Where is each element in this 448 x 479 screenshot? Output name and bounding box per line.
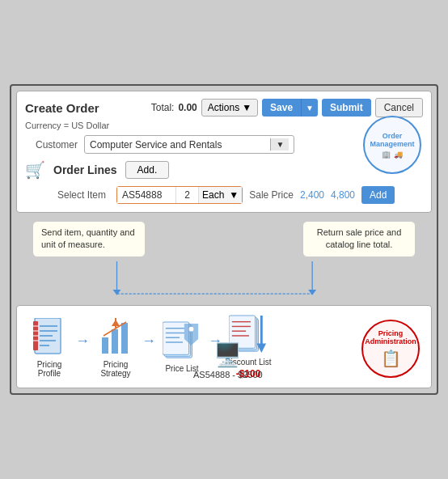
truck-icon: 🚚 [394,150,403,159]
pricing-profile-icon [30,318,69,357]
flow-arrows-svg [16,261,432,302]
select-item-label: Select Item [57,189,110,201]
create-order-panel: Create Order Total: 0.00 Actions ▼ Save … [16,91,432,213]
flow-label-pricing-strategy: PricingStrategy [100,360,130,378]
submit-button[interactable]: Submit [322,99,371,117]
pricing-admin-circle[interactable]: PricingAdministration 📋 [361,320,420,378]
order-management-circle[interactable]: OrderManagement 🏢 🚚 [363,116,421,174]
computer-area: 🖥️ AS54888 - $2500 [193,341,263,379]
svg-marker-21 [112,320,120,326]
arrow-2: → [142,333,156,350]
order-lines-title: Order Lines [53,163,117,176]
panel-header: Create Order Total: 0.00 Actions ▼ Save … [25,98,423,117]
computer-icon: 🖥️ [213,341,242,368]
bottom-panel: PricingProfile → [16,305,432,388]
svg-rect-19 [121,323,128,354]
svg-point-31 [189,327,194,332]
sale-price-label: Sale Price [249,189,294,201]
svg-marker-3 [308,290,316,295]
admin-icon-symbol: 📋 [381,349,401,368]
header-actions: Total: 0.00 Actions ▼ Save ▼ Submit Canc… [151,98,423,117]
item-code-input[interactable] [117,187,175,203]
item-unit-select[interactable]: Each ▼ [198,187,242,203]
customer-value: Computer Service and Rentals [90,139,222,150]
building-icon: 🏢 [382,150,391,159]
order-lines-header: 🛒 Order Lines Add. [25,160,423,180]
save-button-group: Save ▼ [262,99,318,117]
save-button[interactable]: Save [262,99,301,117]
actions-label: Actions [208,102,239,113]
arrow-1: → [75,333,90,350]
flow-item-pricing-profile: PricingProfile [25,318,74,378]
item-input-group: Each ▼ [116,186,243,204]
total-value: 0.00 [178,102,197,113]
pricing-admin-label: PricingAdministration [365,329,416,345]
page-title: Create Order [25,101,99,115]
actions-button[interactable]: Actions ▼ [201,99,258,117]
order-mgmt-label: OrderManagement [370,132,414,148]
item-qty-input[interactable] [175,187,198,203]
item-unit-value: Each [202,189,224,201]
flow-item-pricing-strategy: PricingStrategy [91,318,140,378]
customer-select[interactable]: Computer Service and Rentals ▼ [84,135,294,154]
pricing-strategy-icon [96,318,135,357]
cancel-button[interactable]: Cancel [375,98,423,117]
sale-price-value2[interactable]: 4,800 [331,189,355,201]
customer-dropdown-icon[interactable]: ▼ [270,138,289,150]
pricing-admin-icon: 📋 [381,349,401,368]
actions-dropdown-icon: ▼ [242,102,251,113]
middle-section: Send item, quantity and unit of measure.… [16,213,432,302]
callout-left: Send item, quantity and unit of measure. [32,221,146,257]
sale-price-value1[interactable]: 2,400 [300,189,324,201]
order-lines-add-button[interactable]: Add. [125,161,170,179]
save-dropdown-button[interactable]: ▼ [301,99,318,117]
currency-label: Currency = US Dollar [25,121,423,130]
svg-rect-18 [112,329,118,354]
total-label: Total: [151,102,175,113]
svg-rect-17 [102,337,108,354]
select-item-row: Select Item Each ▼ Sale Price 2,400 4,80… [25,186,423,204]
unit-dropdown-icon: ▼ [229,189,239,201]
add-item-button[interactable]: Add [361,186,395,204]
flow-label-pricing-profile: PricingProfile [37,360,62,378]
callout-right: Return sale price and catalog line total… [302,221,416,257]
customer-field-label: Customer [25,139,78,150]
order-mgmt-icons: 🏢 🚚 [382,150,403,159]
cart-icon: 🛒 [25,160,45,180]
svg-marker-1 [113,290,121,295]
computer-label: AS54888 - $2500 [193,370,263,379]
